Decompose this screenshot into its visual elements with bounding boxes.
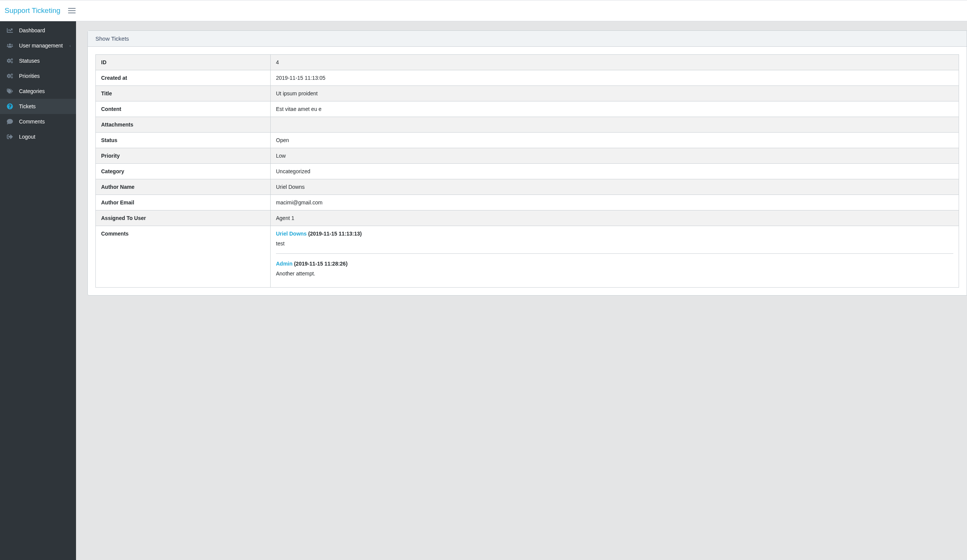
value-attachments <box>271 117 959 133</box>
dashboard-icon <box>6 27 14 33</box>
value-created-at: 2019-11-15 11:13:05 <box>271 70 959 86</box>
sidebar-item-dashboard[interactable]: Dashboard <box>0 23 76 38</box>
label-author-name: Author Name <box>96 180 271 195</box>
label-created-at: Created at <box>96 70 271 86</box>
value-priority: Low <box>271 148 959 164</box>
row-title: Title Ut ipsum proident <box>96 86 959 101</box>
comment-header: Uriel Downs (2019-11-15 11:13:13) <box>276 231 953 237</box>
comment-body: Another attempt. <box>276 270 953 277</box>
sidebar-item-label: Priorities <box>19 73 40 79</box>
comment: Uriel Downs (2019-11-15 11:13:13)test <box>276 231 953 247</box>
sidebar-item-label: Comments <box>19 119 45 125</box>
sidebar-item-tickets[interactable]: Tickets <box>0 99 76 114</box>
ticket-card: Show Tickets ID 4 Created at 2019-11-15 … <box>87 30 967 296</box>
value-author-email: macimi@gmail.com <box>271 195 959 211</box>
comment-separator <box>276 254 953 254</box>
value-category: Uncategorized <box>271 164 959 180</box>
comment-timestamp: (2019-11-15 11:13:13) <box>307 231 362 237</box>
row-created-at: Created at 2019-11-15 11:13:05 <box>96 70 959 86</box>
label-attachments: Attachments <box>96 117 271 133</box>
sidebar-item-categories[interactable]: Categories <box>0 84 76 99</box>
brand-link[interactable]: Support Ticketing <box>5 7 61 15</box>
value-id: 4 <box>271 55 959 70</box>
sidebar-item-label: User management <box>19 43 63 49</box>
label-category: Category <box>96 164 271 180</box>
comment: Admin (2019-11-15 11:28:26)Another attem… <box>276 260 953 277</box>
label-id: ID <box>96 55 271 70</box>
label-status: Status <box>96 133 271 148</box>
row-content: Content Est vitae amet eu e <box>96 101 959 117</box>
sidebar-item-label: Dashboard <box>19 27 45 33</box>
value-author-name: Uriel Downs <box>271 180 959 195</box>
row-assigned-to: Assigned To User Agent 1 <box>96 211 959 226</box>
label-assigned-to: Assigned To User <box>96 211 271 226</box>
sidebar-item-logout[interactable]: Logout <box>0 129 76 144</box>
topbar: Support Ticketing <box>0 0 967 21</box>
cogs-icon <box>6 73 14 79</box>
comment-timestamp: (2019-11-15 11:28:26) <box>293 260 348 267</box>
logout-icon <box>6 134 14 140</box>
ticket-details-table: ID 4 Created at 2019-11-15 11:13:05 Titl… <box>96 54 959 288</box>
comment-author-link[interactable]: Uriel Downs <box>276 231 307 237</box>
row-priority: Priority Low <box>96 148 959 164</box>
comment-icon <box>6 119 14 125</box>
row-author-name: Author Name Uriel Downs <box>96 180 959 195</box>
label-content: Content <box>96 101 271 117</box>
row-status: Status Open <box>96 133 959 148</box>
label-priority: Priority <box>96 148 271 164</box>
comment-body: test <box>276 240 953 247</box>
menu-toggle-icon[interactable] <box>68 6 77 15</box>
sidebar-item-comments[interactable]: Comments <box>0 114 76 129</box>
label-comments: Comments <box>96 226 271 288</box>
users-icon <box>6 43 14 49</box>
sidebar-item-statuses[interactable]: Statuses <box>0 53 76 68</box>
sidebar-item-label: Categories <box>19 88 45 94</box>
sidebar-item-label: Logout <box>19 134 35 140</box>
comment-author-link[interactable]: Admin <box>276 260 293 267</box>
main-content: Show Tickets ID 4 Created at 2019-11-15 … <box>76 21 967 560</box>
value-content: Est vitae amet eu e <box>271 101 959 117</box>
value-comments: Uriel Downs (2019-11-15 11:13:13)testAdm… <box>271 226 959 288</box>
chevron-left-icon: ‹ <box>69 44 71 48</box>
cogs-icon <box>6 58 14 64</box>
row-category: Category Uncategorized <box>96 164 959 180</box>
value-assigned-to: Agent 1 <box>271 211 959 226</box>
row-attachments: Attachments <box>96 117 959 133</box>
row-id: ID 4 <box>96 55 959 70</box>
sidebar-item-user-management[interactable]: User management‹ <box>0 38 76 53</box>
label-author-email: Author Email <box>96 195 271 211</box>
sidebar-item-priorities[interactable]: Priorities <box>0 68 76 84</box>
sidebar: DashboardUser management‹StatusesPriorit… <box>0 21 76 560</box>
value-title: Ut ipsum proident <box>271 86 959 101</box>
value-status: Open <box>271 133 959 148</box>
sidebar-item-label: Tickets <box>19 103 36 109</box>
tags-icon <box>6 88 14 94</box>
sidebar-item-label: Statuses <box>19 58 40 64</box>
comment-header: Admin (2019-11-15 11:28:26) <box>276 260 953 267</box>
row-author-email: Author Email macimi@gmail.com <box>96 195 959 211</box>
row-comments: Comments Uriel Downs (2019-11-15 11:13:1… <box>96 226 959 288</box>
label-title: Title <box>96 86 271 101</box>
question-icon <box>6 103 14 109</box>
card-body: ID 4 Created at 2019-11-15 11:13:05 Titl… <box>88 47 967 295</box>
card-header: Show Tickets <box>88 31 967 47</box>
